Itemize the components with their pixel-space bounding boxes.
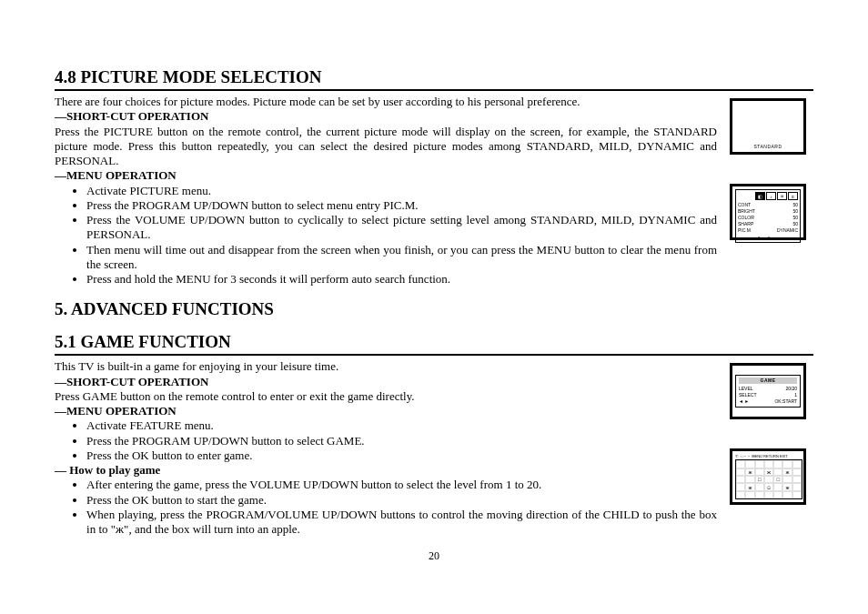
list-item: Press the OK button to enter game. xyxy=(86,448,717,463)
list-item: When playing, press the PROGRAM/VOLUME U… xyxy=(86,508,717,538)
tv-mode-label: STANDARD xyxy=(753,144,782,149)
tv-illustration-game-menu: GAME LEVEL20/20 SELECT1 ◄ ►OK:START xyxy=(730,363,806,419)
game-row-val: 1 xyxy=(794,392,797,398)
menu-row-key: SHARP xyxy=(738,221,753,226)
game-row-key: LEVEL xyxy=(739,386,753,392)
menu-row-key: PIC.M xyxy=(738,227,751,233)
menu-tab-icon: ≡ xyxy=(788,192,798,200)
section-48-body: There are four choices for picture modes… xyxy=(55,95,717,287)
menu-footer: ◄ — ► xyxy=(756,235,772,240)
list-item: Press the OK button to start the game. xyxy=(86,493,717,508)
tv-illustration-picture-menu: ◧ ♪ ⧈ ≡ CONT50 BRIGHT50 COLOR50 SHARP50 … xyxy=(730,184,806,240)
list-item: After entering the game, press the VOLUM… xyxy=(86,478,717,492)
list-item: Press the PROGRAM UP/DOWN button to sele… xyxy=(86,198,717,213)
menu-tab-icon: ♪ xyxy=(766,192,776,200)
menu-row-key: BRIGHT xyxy=(738,208,755,214)
section-heading-advanced: 5. ADVANCED FUNCTIONS xyxy=(55,299,813,319)
shortcut-label: SHORT-CUT OPERATION xyxy=(55,109,208,123)
menu-row-key: COLOR xyxy=(738,215,754,220)
game-grid-top: ① ↑↓←→ MENU RETURN EXIT xyxy=(735,454,801,458)
menu-label: MENU OPERATION xyxy=(55,404,177,418)
menu-tab-icon: ⧈ xyxy=(777,192,787,200)
list-item: Press the PROGRAM UP/DOWN button to sele… xyxy=(86,434,717,448)
list-item: Then menu will time out and disappear fr… xyxy=(86,243,717,273)
menu-bullet-list: Activate PICTURE menu. Press the PROGRAM… xyxy=(61,184,718,287)
section-51-body: This TV is built-in a game for enjoying … xyxy=(55,359,717,537)
game-row-val: 20/20 xyxy=(785,386,797,392)
game-row-key: SELECT xyxy=(739,392,756,398)
menu-row-val: 50 xyxy=(792,215,798,220)
howto-bullet-list: After entering the game, press the VOLUM… xyxy=(61,478,718,537)
game-row-key: ◄ ► xyxy=(739,398,749,405)
shortcut-text: Press the PICTURE button on the remote c… xyxy=(55,125,717,169)
menu-row-val: 50 xyxy=(792,221,798,226)
menu-row-val: 50 xyxy=(792,208,798,214)
tv-illustration-game-grid: ① ↑↓←→ MENU RETURN EXIT жжж □□ ж☺ж xyxy=(730,448,806,505)
shortcut-text: Press GAME button on the remote control … xyxy=(55,389,717,404)
intro-text: There are four choices for picture modes… xyxy=(55,95,717,109)
section-heading-game: 5.1 GAME FUNCTION xyxy=(55,332,813,352)
divider xyxy=(55,89,813,91)
divider xyxy=(55,354,813,356)
list-item: Press the VOLUME UP/DOWN button to cycli… xyxy=(86,213,717,243)
menu-row-key: CONT xyxy=(738,202,751,207)
list-item: Activate FEATURE menu. xyxy=(86,418,717,433)
shortcut-label: SHORT-CUT OPERATION xyxy=(55,375,208,388)
game-row-val: OK:START xyxy=(774,398,797,405)
list-item: Activate PICTURE menu. xyxy=(86,184,717,198)
menu-tab-icon: ◧ xyxy=(755,192,765,200)
section-heading-picture-mode: 4.8 PICTURE MODE SELECTION xyxy=(55,67,813,87)
menu-label: MENU OPERATION xyxy=(55,168,177,182)
menu-footer: — xyxy=(775,235,780,240)
howto-label: — How to play game xyxy=(55,463,160,477)
menu-bullet-list: Activate FEATURE menu. Press the PROGRAM… xyxy=(61,418,718,463)
menu-row-val: 50 xyxy=(792,202,798,207)
menu-row-val: DYNAMIC xyxy=(777,227,798,233)
list-item: Press and hold the MENU for 3 seconds it… xyxy=(86,272,717,287)
intro-text: This TV is built-in a game for enjoying … xyxy=(55,359,717,374)
game-menu-title: GAME xyxy=(739,377,797,384)
tv-illustration-standard: STANDARD xyxy=(730,98,806,155)
page-number: 20 xyxy=(55,537,813,563)
